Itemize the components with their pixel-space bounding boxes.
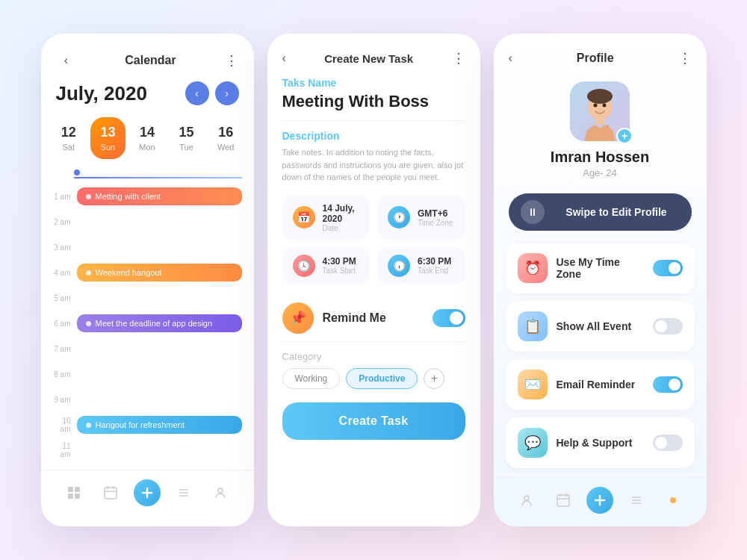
timeline-line	[74, 177, 242, 178]
svg-point-17	[594, 104, 598, 108]
create-task-button[interactable]: Create Task	[282, 402, 465, 440]
calendar-day-14[interactable]: 14 Mon	[130, 117, 165, 159]
calendar-menu-button[interactable]: ⋮	[225, 52, 239, 69]
calendar-back-button[interactable]: ‹	[56, 50, 77, 71]
event-hangout-refreshment[interactable]: Hangout for refreshment	[77, 416, 242, 434]
calendar-navigation: ‹ ›	[185, 81, 239, 105]
profile-back-button[interactable]: ‹	[509, 52, 512, 65]
avatar-add-button[interactable]: +	[616, 128, 633, 144]
swipe-edit-profile[interactable]: ⏸ Swipe to Edit Profile	[509, 193, 692, 231]
calendar-bottom-nav	[41, 470, 254, 520]
calendar-day-12[interactable]: 12 Sat	[52, 117, 87, 159]
task-date-card: 📅 14 July, 2020 Date	[282, 196, 371, 240]
task-back-button[interactable]: ‹	[282, 52, 286, 65]
avatar-wrapper: ✦ +	[570, 81, 630, 141]
end-label: Task End	[418, 267, 451, 275]
task-end-card: 🕡 6:30 PM Task End	[377, 247, 465, 284]
nav-calendar-icon[interactable]	[97, 479, 124, 506]
date-icon: 📅	[293, 206, 315, 228]
svg-text:✦: ✦	[606, 123, 610, 128]
time-row-2am: 2 am	[53, 210, 242, 234]
email-item-label: Email Reminder	[557, 379, 644, 391]
timeline-dot	[74, 169, 80, 175]
calendar-days-row: 12 Sat 13 Sun 14 Mon 15 Tue 16 Wed	[41, 117, 254, 169]
task-screen-title: Create New Task	[324, 52, 413, 65]
event-weekend-hangout[interactable]: Weekend hangout	[77, 264, 242, 281]
task-body: Taks Name Meeting With Boss Description …	[267, 77, 480, 440]
profile-nav-calendar[interactable]	[550, 487, 577, 514]
nav-user-icon[interactable]	[207, 479, 234, 506]
svg-rect-2	[68, 494, 73, 499]
profile-item-timezone: ⏰ Use My Time Zone	[506, 243, 695, 293]
time-row-6am: 6 am Meet the deadline of app design	[53, 311, 242, 335]
category-add-button[interactable]: +	[424, 368, 444, 389]
profile-nav-user[interactable]	[513, 487, 540, 514]
calendar-timeline: 1 am Metting with client 2 am 3 am 4 am …	[41, 169, 254, 464]
calendar-title: Calendar	[125, 54, 176, 67]
event-deadline[interactable]: Meet the deadline of app design	[77, 314, 242, 332]
time-row-8am: 8 am	[53, 362, 242, 386]
profile-header: ‹ Profile ⋮	[494, 34, 707, 74]
timezone-icon: ⏰	[518, 253, 548, 283]
calendar-next-button[interactable]: ›	[215, 81, 239, 105]
category-productive[interactable]: Productive	[346, 368, 418, 389]
calendar-day-13[interactable]: 13 Sun	[90, 117, 125, 159]
category-working[interactable]: Working	[282, 368, 341, 389]
calendar-prev-button[interactable]: ‹	[185, 81, 209, 105]
start-value: 4:30 PM	[323, 256, 356, 267]
time-row-3am: 3 am	[53, 235, 242, 259]
profile-age: Age- 24	[583, 167, 617, 178]
task-name-value: Meeting With Boss	[282, 92, 465, 111]
showevent-toggle[interactable]	[653, 318, 683, 335]
profile-settings-list: ⏰ Use My Time Zone 📋 Show All Event ✉️ E…	[494, 243, 707, 468]
svg-point-18	[603, 104, 607, 108]
create-task-screen: ‹ Create New Task ⋮ Taks Name Meeting Wi…	[267, 34, 480, 526]
profile-title: Profile	[577, 52, 614, 65]
swipe-text: Swipe to Edit Profile	[554, 206, 680, 218]
profile-menu-button[interactable]: ⋮	[678, 50, 692, 66]
profile-nav-dot[interactable]	[660, 487, 686, 514]
task-header: ‹ Create New Task ⋮	[267, 34, 480, 77]
showevent-icon: 📋	[518, 311, 548, 341]
date-label: Date	[323, 224, 360, 232]
task-name-label: Taks Name	[282, 77, 465, 89]
remind-toggle[interactable]	[433, 309, 465, 327]
calendar-day-16[interactable]: 16 Wed	[208, 117, 244, 159]
calendar-screen: ‹ Calendar ⋮ July, 2020 ‹ › 12 Sat 13 Su…	[41, 34, 254, 526]
profile-nav-list[interactable]	[623, 487, 650, 514]
profile-bottom-nav	[494, 477, 707, 526]
start-label: Task Start	[323, 267, 356, 275]
svg-point-16	[587, 89, 613, 104]
email-toggle[interactable]	[653, 376, 683, 393]
profile-avatar-section: ✦ + Imran Hossen Age- 24	[494, 74, 707, 190]
profile-nav-add[interactable]	[586, 487, 613, 514]
timezone-toggle[interactable]	[653, 260, 683, 276]
profile-item-help: 💬 Help & Support	[506, 417, 695, 468]
profile-item-showevent: 📋 Show All Event	[506, 301, 695, 352]
time-row-4am: 4 am Weekend hangout	[53, 261, 242, 284]
nav-list-icon[interactable]	[170, 479, 197, 506]
svg-rect-1	[75, 487, 80, 492]
end-icon: 🕡	[388, 255, 410, 277]
event-meeting-client[interactable]: Metting with client	[77, 187, 242, 205]
svg-point-13	[218, 488, 223, 493]
calendar-header: ‹ Calendar ⋮	[41, 34, 254, 78]
remind-row: 📌 Remind Me	[282, 295, 465, 342]
help-toggle[interactable]	[653, 435, 683, 451]
swipe-handle-icon: ⏸	[521, 200, 545, 224]
timezone-item-label: Use My Time Zone	[557, 256, 644, 280]
timezone-icon: 🕐	[388, 206, 410, 228]
time-row-11am: 11 am	[53, 438, 242, 462]
profile-name: Imran Hossen	[551, 149, 649, 166]
help-item-label: Help & Support	[557, 437, 644, 449]
showevent-item-label: Show All Event	[557, 320, 644, 332]
calendar-day-15[interactable]: 15 Tue	[169, 117, 204, 159]
nav-grid-icon[interactable]	[61, 479, 87, 506]
time-row-7am: 7 am	[53, 337, 242, 361]
help-icon: 💬	[518, 428, 548, 458]
svg-rect-22	[557, 495, 569, 506]
task-menu-button[interactable]: ⋮	[452, 50, 465, 66]
svg-point-31	[670, 497, 676, 503]
task-info-grid: 📅 14 July, 2020 Date 🕐 GMT+6 Time Zone 🕓…	[282, 196, 465, 284]
nav-add-button[interactable]	[134, 479, 161, 506]
